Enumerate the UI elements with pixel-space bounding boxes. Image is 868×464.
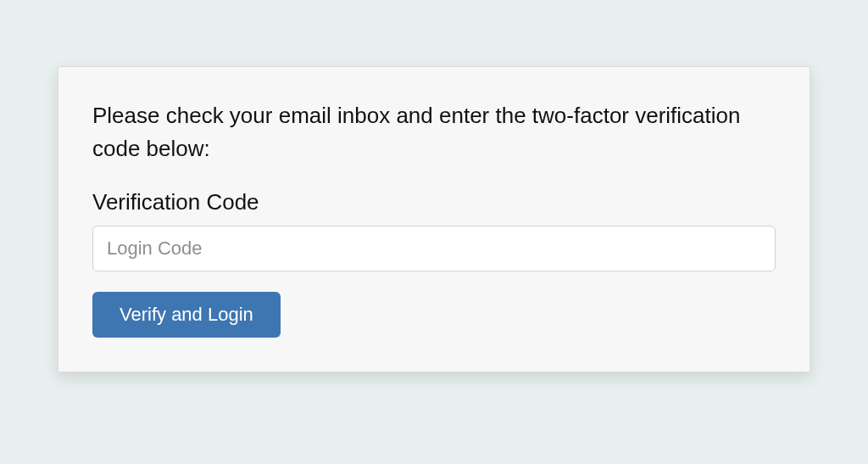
two-factor-card: Please check your email inbox and enter … [58,66,810,372]
verification-code-label: Verification Code [92,189,776,215]
verification-code-input[interactable] [92,226,776,271]
instruction-text: Please check your email inbox and enter … [92,99,776,165]
verify-login-button[interactable]: Verify and Login [92,292,281,338]
